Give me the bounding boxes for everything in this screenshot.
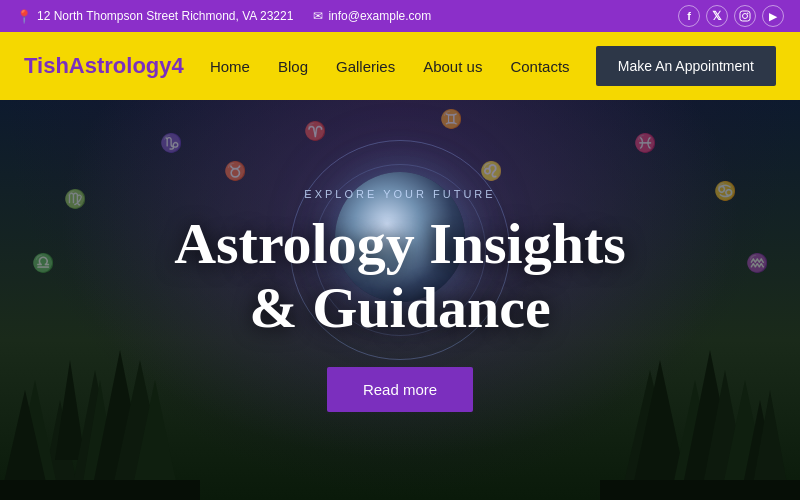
- read-more-button[interactable]: Read more: [327, 367, 473, 412]
- twitter-icon[interactable]: 𝕏: [706, 5, 728, 27]
- hero-subtitle: EXPLORE YOUR FUTURE: [174, 188, 626, 200]
- hero-title: Astrology Insights & Guidance: [174, 212, 626, 340]
- top-bar-left: 📍 12 North Thompson Street Richmond, VA …: [16, 9, 431, 24]
- address-text: 12 North Thompson Street Richmond, VA 23…: [37, 9, 293, 23]
- svg-point-2: [747, 13, 749, 15]
- email-item: ✉ info@example.com: [313, 9, 431, 23]
- svg-point-1: [743, 14, 748, 19]
- location-icon: 📍: [16, 9, 32, 24]
- address-item: 📍 12 North Thompson Street Richmond, VA …: [16, 9, 293, 24]
- hero-title-line1: Astrology Insights: [174, 211, 626, 276]
- social-icons: f 𝕏 ▶: [678, 5, 784, 27]
- nav-contacts[interactable]: Contacts: [510, 58, 569, 75]
- hero-content: EXPLORE YOUR FUTURE Astrology Insights &…: [134, 188, 666, 413]
- nav-blog[interactable]: Blog: [278, 58, 308, 75]
- instagram-icon[interactable]: [734, 5, 756, 27]
- logo[interactable]: TishAstrology4: [24, 53, 184, 79]
- nav-home[interactable]: Home: [210, 58, 250, 75]
- nav-about[interactable]: About us: [423, 58, 482, 75]
- nav-galleries[interactable]: Galleries: [336, 58, 395, 75]
- hero-title-line2: & Guidance: [249, 275, 550, 340]
- email-icon: ✉: [313, 9, 323, 23]
- header: TishAstrology4 Home Blog Galleries About…: [0, 32, 800, 100]
- youtube-icon[interactable]: ▶: [762, 5, 784, 27]
- hero-section: ♑ ♈ ♓ ♍ ♋ ♎ ♒ ♊ ♌ ♉ EXPLORE YO: [0, 100, 800, 500]
- svg-rect-21: [600, 480, 800, 500]
- svg-rect-0: [740, 11, 750, 21]
- svg-rect-12: [0, 480, 200, 500]
- facebook-icon[interactable]: f: [678, 5, 700, 27]
- top-bar: 📍 12 North Thompson Street Richmond, VA …: [0, 0, 800, 32]
- email-text: info@example.com: [328, 9, 431, 23]
- nav: Home Blog Galleries About us Contacts: [210, 58, 570, 75]
- appointment-button[interactable]: Make An Appointment: [596, 46, 776, 86]
